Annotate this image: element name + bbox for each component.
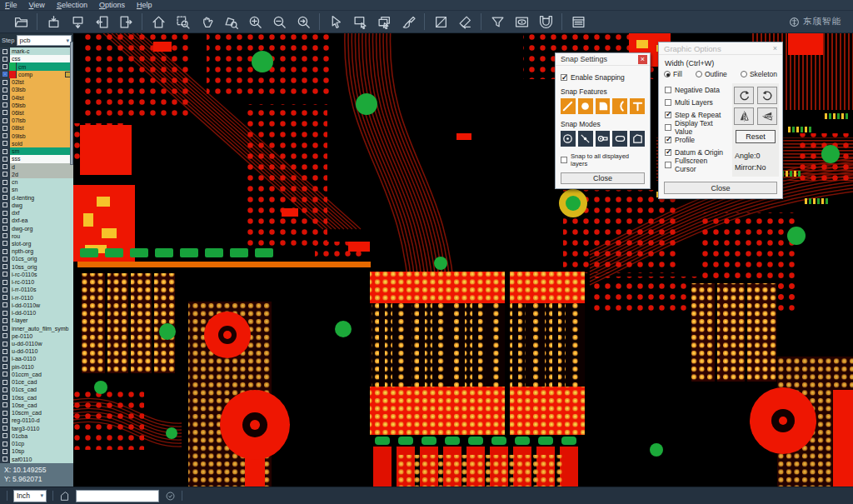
snap-magnet-icon[interactable] — [537, 13, 554, 30]
layer-visibility-checkbox[interactable] — [0, 217, 9, 224]
layer-row-d-tenting[interactable]: d-tenting — [0, 193, 73, 201]
layer-row-dxf-ea[interactable]: dxf-ea — [0, 217, 73, 224]
layer-row-01cba[interactable]: 01cba — [0, 432, 73, 440]
layer-visibility-checkbox[interactable] — [0, 332, 9, 340]
layer-row-10se_cad[interactable]: 10se_cad — [0, 402, 73, 409]
eraser-icon[interactable] — [456, 13, 473, 30]
layer-row-f-layer[interactable]: f-layer — [0, 317, 73, 324]
layer-visibility-checkbox[interactable] — [0, 386, 9, 393]
layer-row-01cs_orig[interactable]: 01cs_orig — [0, 255, 73, 262]
layer-row-07lsb[interactable]: 07lsb — [0, 117, 73, 124]
layers-panel-icon[interactable] — [570, 13, 586, 30]
layer-visibility-checkbox[interactable] — [0, 409, 9, 417]
layer-visibility-checkbox[interactable] — [0, 55, 9, 62]
layer-visibility-checkbox[interactable] — [0, 209, 9, 217]
home-icon[interactable] — [150, 13, 167, 30]
layer-visibility-checkbox[interactable] — [0, 102, 9, 109]
snap-feature-arc-icon[interactable] — [612, 98, 627, 114]
layer-row-u-dd-0110[interactable]: u-dd-0110 — [0, 347, 73, 355]
layer-visibility-checkbox[interactable] — [0, 163, 9, 171]
page-back-icon[interactable] — [93, 13, 110, 30]
layer-row-npth-org[interactable]: npth-org — [0, 247, 73, 255]
layer-row-reg-0110-d[interactable]: reg-0110-d — [0, 417, 73, 424]
layer-row-02lst[interactable]: 02lst — [0, 78, 73, 86]
layer-visibility-checkbox[interactable] — [0, 432, 9, 440]
layer-visibility-checkbox[interactable] — [0, 271, 9, 278]
layer-row-09lsb[interactable]: 09lsb — [0, 132, 73, 140]
snap-mode-point-icon[interactable] — [578, 131, 593, 147]
layer-row-i-rc-0110[interactable]: i-rc-0110 — [0, 278, 73, 286]
snap-all-layers-checkbox[interactable] — [561, 157, 567, 163]
flip-horizontal-icon[interactable] — [734, 107, 754, 125]
graphic-options-titlebar[interactable]: Graphic Options × — [659, 42, 782, 55]
layer-row-sn[interactable]: sn — [0, 186, 73, 193]
layer-row-saf0110[interactable]: saf0110 — [0, 455, 73, 462]
filter-icon[interactable] — [489, 13, 506, 30]
layer-visibility-checkbox[interactable] — [0, 202, 9, 209]
layer-visibility-checkbox[interactable] — [0, 440, 9, 447]
zoom-out-icon[interactable] — [271, 13, 287, 30]
script-page-icon[interactable] — [59, 491, 70, 502]
menu-view[interactable]: View — [29, 1, 45, 9]
layer-row-2d[interactable]: 2d — [0, 171, 73, 178]
layer-visibility-checkbox[interactable] — [0, 309, 9, 317]
layer-visibility-checkbox[interactable] — [0, 255, 9, 262]
snap-close-button[interactable]: Close — [561, 172, 645, 184]
layer-row-01ccm_cad[interactable]: 01ccm_cad — [0, 371, 73, 378]
layer-visibility-checkbox[interactable] — [0, 355, 9, 362]
layer-row-10ss_cad[interactable]: 10ss_cad — [0, 394, 73, 402]
view-eye-icon[interactable] — [513, 13, 530, 30]
checkbox-profile[interactable]: Profile — [665, 133, 729, 146]
layer-visibility-checkbox[interactable] — [0, 378, 9, 386]
layer-row-sss[interactable]: sss — [0, 155, 73, 162]
snap-feature-text-icon[interactable] — [630, 98, 645, 114]
layer-visibility-checkbox[interactable] — [0, 147, 9, 155]
reset-button[interactable]: Reset — [736, 130, 776, 143]
layer-visibility-checkbox[interactable] — [0, 155, 9, 162]
snap-mode-surface-icon[interactable] — [630, 131, 645, 147]
layer-visibility-checkbox[interactable] — [0, 394, 9, 402]
layer-row-i-dd-0110[interactable]: i-dd-0110 — [0, 309, 73, 317]
select-rect-icon[interactable] — [352, 13, 368, 30]
page-forward-icon[interactable] — [117, 13, 134, 30]
layer-visibility-checkbox[interactable] — [0, 178, 9, 186]
layer-visibility-checkbox[interactable] — [0, 78, 9, 86]
brush-icon[interactable] — [400, 13, 417, 30]
layer-row-mark-c[interactable]: mark-c — [0, 47, 73, 55]
command-input[interactable] — [76, 490, 159, 502]
layer-visibility-checkbox[interactable] — [0, 93, 9, 101]
layer-row-d[interactable]: d — [0, 163, 73, 171]
snap-mode-pad-origin-icon[interactable] — [596, 131, 611, 147]
layer-row-dwg[interactable]: dwg — [0, 202, 73, 209]
close-icon[interactable]: × — [638, 55, 647, 64]
flip-vertical-icon[interactable] — [757, 107, 777, 125]
layer-visibility-checkbox[interactable] — [0, 193, 9, 201]
layer-visibility-checkbox[interactable] — [0, 402, 9, 409]
layer-row-dwg-org[interactable]: dwg-org — [0, 224, 73, 232]
layer-row-10ss_orig[interactable]: 10ss_orig — [0, 263, 73, 271]
rotate-ccw-icon[interactable] — [757, 87, 777, 104]
enable-snapping-checkbox[interactable] — [561, 74, 567, 81]
select-area-icon[interactable] — [376, 13, 392, 30]
zoom-in-icon[interactable] — [247, 13, 263, 30]
menu-help[interactable]: Help — [137, 1, 152, 9]
units-select[interactable]: Inch ▾ — [13, 490, 47, 502]
layer-visibility-checkbox[interactable] — [0, 347, 9, 355]
layer-row-01cp[interactable]: 01cp — [0, 440, 73, 447]
checkbox-multi-layers[interactable]: Multi Layers — [665, 96, 729, 108]
layer-visibility-checkbox[interactable] — [0, 62, 9, 70]
layer-row-08lst[interactable]: 08lst — [0, 124, 73, 132]
layer-row-i-aa-0110[interactable]: i-aa-0110 — [0, 355, 73, 362]
graphic-close-button[interactable]: Close — [664, 182, 777, 194]
layer-row-06lst[interactable]: 06lst — [0, 109, 73, 117]
layer-visibility-checkbox[interactable] — [0, 247, 9, 255]
radio-fill[interactable]: Fill — [664, 70, 682, 78]
layer-row-dxf[interactable]: dxf — [0, 209, 73, 217]
layer-visibility-checkbox[interactable] — [0, 109, 9, 117]
layer-row-i-rc-0110s[interactable]: i-rc-0110s — [0, 271, 73, 278]
checkbox-display-text-value[interactable]: Display Text Value — [665, 121, 729, 133]
layer-visibility-checkbox[interactable] — [0, 47, 9, 55]
layer-visibility-checkbox[interactable] — [0, 117, 9, 124]
layer-visibility-checkbox[interactable] — [0, 140, 9, 147]
checkbox-fullscreen-cursor[interactable]: Fullscreen Cursor — [665, 158, 729, 171]
